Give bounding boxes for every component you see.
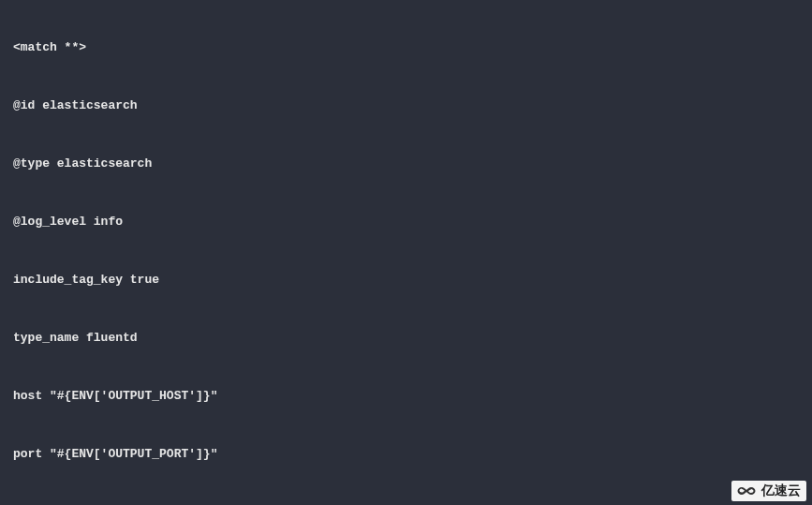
code-line: type_name fluentd <box>13 332 799 344</box>
watermark-badge: 亿速云 <box>731 481 806 501</box>
code-line: port "#{ENV['OUTPUT_PORT']}" <box>13 448 799 460</box>
code-line: host "#{ENV['OUTPUT_HOST']}" <box>13 390 799 402</box>
code-line: @log_level info <box>13 215 799 228</box>
code-line: <match **> <box>13 41 799 53</box>
code-block: <match **> @id elasticsearch @type elast… <box>0 0 812 505</box>
cloud-infinity-icon <box>735 483 758 498</box>
code-line: @type elasticsearch <box>13 157 799 170</box>
watermark-label: 亿速云 <box>761 483 801 499</box>
code-line: include_tag_key true <box>13 274 799 286</box>
code-line: @id elasticsearch <box>13 99 799 111</box>
